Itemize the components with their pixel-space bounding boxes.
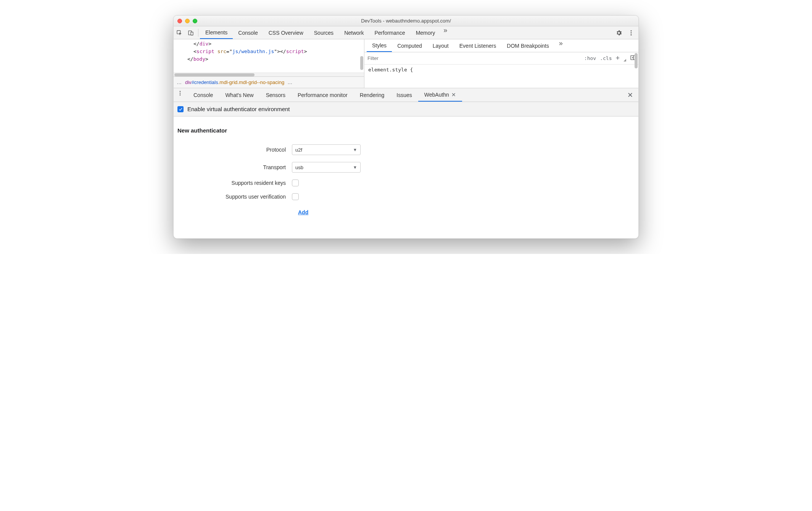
styles-tab-styles[interactable]: Styles	[367, 39, 392, 52]
styles-sidebar: StylesComputedLayoutEvent ListenersDOM B…	[364, 39, 638, 88]
transport-row: Transport usb ▼	[177, 162, 635, 173]
protocol-select-value: u2f	[295, 147, 302, 153]
svg-point-4	[631, 32, 632, 33]
styles-vertical-scrollbar[interactable]	[635, 53, 638, 68]
resident-keys-checkbox[interactable]	[292, 179, 299, 186]
drawer-tab-rendering[interactable]: Rendering	[354, 88, 391, 102]
settings-gear-icon[interactable]	[614, 28, 624, 38]
enable-virtual-auth-label: Enable virtual authenticator environment	[187, 106, 290, 112]
styles-tab-computed[interactable]: Computed	[392, 39, 427, 52]
main-tab-memory[interactable]: Memory	[411, 26, 441, 39]
minimize-window-button[interactable]	[185, 19, 190, 23]
breadcrumb[interactable]: … div#credentials.mdl-grid.mdl-grid--no-…	[174, 76, 364, 88]
horizontal-scrollbar[interactable]	[174, 73, 364, 76]
chevron-down-icon: ▼	[353, 147, 357, 152]
user-verification-row: Supports user verification	[177, 193, 635, 200]
styles-tabstrip: StylesComputedLayoutEvent ListenersDOM B…	[364, 39, 638, 52]
element-style-rule: element.style {	[368, 67, 413, 73]
drawer-tab-console[interactable]: Console	[187, 88, 219, 102]
main-tab-sources[interactable]: Sources	[309, 26, 339, 39]
transport-label: Transport	[177, 164, 292, 170]
transport-select[interactable]: usb ▼	[292, 162, 361, 173]
elements-split: </div><script src="js/webauthn.js"></scr…	[174, 39, 638, 88]
main-tab-css-overview[interactable]: CSS Overview	[263, 26, 309, 39]
webauthn-toolbar: Enable virtual authenticator environment	[174, 102, 638, 116]
main-tab-performance[interactable]: Performance	[369, 26, 410, 39]
add-authenticator-button[interactable]: Add	[298, 207, 308, 215]
protocol-label: Protocol	[177, 147, 292, 153]
new-style-rule-icon[interactable]: +	[615, 54, 620, 62]
new-authenticator-heading: New authenticator	[177, 127, 635, 134]
styles-filter-input[interactable]	[367, 54, 580, 63]
breadcrumb-leading-ellipsis[interactable]: …	[177, 79, 182, 85]
drawer-tab-issues[interactable]: Issues	[390, 88, 418, 102]
drawer-tabstrip: ConsoleWhat's NewSensorsPerformance moni…	[174, 88, 638, 102]
drawer-tab-what-s-new[interactable]: What's New	[219, 88, 259, 102]
user-verification-label: Supports user verification	[177, 194, 292, 200]
resident-keys-row: Supports resident keys	[177, 179, 635, 186]
breadcrumb-selected[interactable]: div#credentials.mdl-grid.mdl-grid--no-sp…	[185, 79, 284, 85]
main-menu-kebab-icon[interactable]	[626, 28, 636, 38]
resident-keys-label: Supports resident keys	[177, 180, 292, 186]
source-line[interactable]: </div>	[181, 40, 364, 48]
vertical-scrollbar-thumb[interactable]	[360, 56, 363, 70]
horizontal-scrollbar-thumb[interactable]	[174, 73, 255, 76]
maximize-window-button[interactable]	[193, 19, 197, 23]
window-title: DevTools - webauthndemo.appspot.com/	[174, 18, 638, 24]
svg-point-9	[180, 93, 181, 94]
drawer-menu-kebab-icon[interactable]	[175, 88, 185, 98]
main-tabstrip: ElementsConsoleCSS OverviewSourcesNetwor…	[174, 26, 638, 39]
more-tabs-icon[interactable]: »	[440, 26, 450, 39]
cls-toggle[interactable]: .cls	[600, 55, 612, 61]
chevron-down-icon: ▼	[353, 165, 357, 170]
styles-rule-area[interactable]: element.style {	[364, 65, 638, 88]
device-toolbar-icon[interactable]	[185, 26, 197, 39]
svg-point-8	[180, 91, 181, 92]
inspect-element-icon[interactable]	[174, 26, 185, 39]
main-tab-elements[interactable]: Elements	[200, 26, 233, 39]
transport-select-value: usb	[295, 165, 303, 170]
close-tab-icon[interactable]: ✕	[451, 92, 456, 98]
drawer-tab-sensors[interactable]: Sensors	[260, 88, 292, 102]
source-line[interactable]: </body>	[181, 55, 364, 63]
user-verification-checkbox[interactable]	[292, 193, 299, 200]
styles-filter-row: :hov .cls + ◢	[364, 52, 638, 65]
webauthn-panel: New authenticator Protocol u2f ▼ Transpo…	[174, 116, 638, 238]
close-window-button[interactable]	[177, 19, 182, 23]
close-drawer-icon[interactable]: ✕	[623, 88, 637, 102]
separator	[198, 29, 198, 37]
svg-point-3	[631, 30, 632, 31]
styles-tab-layout[interactable]: Layout	[427, 39, 454, 52]
svg-point-10	[180, 94, 181, 95]
elements-tree-pane: </div><script src="js/webauthn.js"></scr…	[174, 39, 364, 88]
svg-point-5	[631, 34, 632, 35]
main-tab-console[interactable]: Console	[233, 26, 263, 39]
dom-source-view[interactable]: </div><script src="js/webauthn.js"></scr…	[174, 39, 364, 73]
window-controls	[177, 19, 197, 23]
styles-tab-dom-breakpoints[interactable]: DOM Breakpoints	[501, 39, 554, 52]
resize-corner-icon[interactable]: ◢	[624, 58, 626, 62]
devtools-window: DevTools - webauthndemo.appspot.com/ Ele…	[173, 15, 639, 239]
styles-tab-event-listeners[interactable]: Event Listeners	[454, 39, 502, 52]
titlebar: DevTools - webauthndemo.appspot.com/	[174, 16, 638, 26]
protocol-row: Protocol u2f ▼	[177, 144, 635, 155]
drawer-tab-webauthn[interactable]: WebAuthn✕	[418, 88, 462, 102]
protocol-select[interactable]: u2f ▼	[292, 144, 361, 155]
breadcrumb-trailing-ellipsis[interactable]: …	[287, 79, 293, 85]
svg-rect-2	[191, 32, 193, 35]
source-line[interactable]: <script src="js/webauthn.js"></script>	[181, 48, 364, 55]
main-tab-network[interactable]: Network	[339, 26, 369, 39]
enable-virtual-auth-checkbox[interactable]	[177, 106, 184, 112]
styles-more-tabs-icon[interactable]: »	[556, 39, 566, 52]
hov-toggle[interactable]: :hov	[584, 55, 596, 61]
drawer-tab-performance-monitor[interactable]: Performance monitor	[292, 88, 354, 102]
